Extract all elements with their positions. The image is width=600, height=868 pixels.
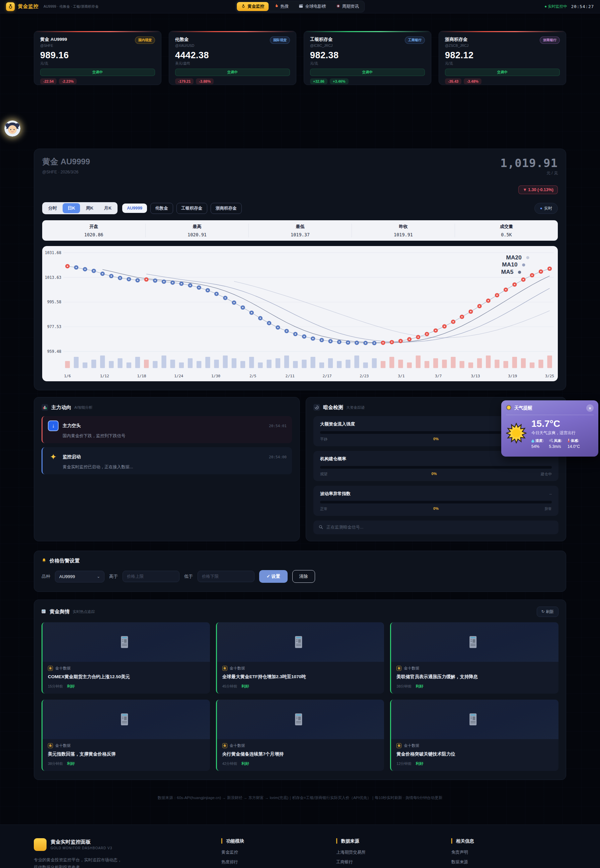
news-time: 12分钟前 [396,761,412,766]
refresh-button[interactable]: ↻ 刷新 [537,606,559,617]
gold-coin-icon: 金 [48,743,53,748]
alert-form: 品种 AU9999 ⌄ 高于 低于 ✓ 设置 清除 [41,570,559,585]
metric-value: 0% [432,472,437,477]
symbol-tab-au9999[interactable]: AU9999 [122,204,147,213]
news-source: 金十数据 [55,743,71,748]
footer-link[interactable]: 上海期货交易所 [336,850,451,855]
change-percent: +3.46% [330,78,348,84]
footer-link[interactable]: 热度排行 [221,859,336,865]
change-value: -35.43 [445,78,461,84]
price-cards: 黄金 AU9999 @SHFE 国内现货 989.16 元/克 交易中 -22.… [34,31,566,85]
nav-item-hot-search[interactable]: 热搜 [270,2,293,11]
card-code: @ICBC_JRCJ [310,44,333,48]
variety-label: 品种 [41,573,50,579]
news-card[interactable]: 金金十数据 央行黄金储备连续第7个月增持 42分钟前利好 [216,700,384,771]
news-headline: 美元指数回落，支撑黄金价格反弹 [48,751,205,758]
tab-daily-k[interactable]: 日K [63,203,80,213]
gold-news-panel: 黄金舆情 实时热点追踪 ↻ 刷新 金金十数据 COMEX黄金期货主力合约上涨12… [34,600,566,780]
app-title: 黄金监控 [18,3,38,10]
news-card[interactable]: 金金十数据 黄金价格突破关键技术阻力位 12分钟前利好 [390,700,559,771]
metric-value: 0% [433,507,439,511]
assistant-avatar[interactable] [5,121,20,136]
svg-text:1031.68: 1031.68 [45,250,61,255]
sentiment-tag: 利好 [241,761,249,766]
live-chip[interactable]: ●实时 [534,203,558,214]
nav-item-movie-board[interactable]: 全球电影榜 [294,2,330,11]
card-change-row: -35.43 -3.48% [445,78,560,84]
trading-status-pill: 交易中 [175,69,290,76]
tab-weekly-k[interactable]: 周K [81,203,98,213]
card-code: @XAU/USD [175,44,194,48]
panel-tag: 大资金踪迹 [346,405,365,410]
ohlc-value: 0.5K [455,232,558,237]
footer-link[interactable]: 免责声明 [452,850,566,855]
clear-alert-button[interactable]: 清除 [292,570,315,583]
nav-status-area: ● 实时监控中 20:54:27 [544,4,594,9]
ohlc-label: 最高 [145,224,248,230]
variety-select[interactable]: AU9999 ⌄ [55,571,105,582]
price-alert-panel: 价格告警设置 品种 AU9999 ⌄ 高于 低于 ✓ 设置 清除 [34,550,566,592]
symbol-tab-london[interactable]: 伦敦金 [150,203,173,214]
news-source: 金十数据 [230,743,245,748]
svg-text:3/13: 3/13 [471,374,480,378]
news-time: 42分钟前 [222,761,237,766]
news-card[interactable]: 金金十数据 美联储官员表示通胀压力缓解，支持降息 38分钟前利好 [390,622,559,694]
change-value: -179.21 [175,78,194,84]
svg-text:2/23: 2/23 [360,374,369,378]
chart-symbol-title: 黄金 AU9999 [42,156,90,167]
gold-coin-icon: 金 [222,743,227,748]
medal-icon [241,4,245,9]
price-card-au9999: 黄金 AU9999 @SHFE 国内现货 989.16 元/克 交易中 -22.… [34,31,161,85]
nav-menu: 黄金监控 热搜 全球电影榜 周期资讯 [235,1,365,12]
nav-item-gold-monitor[interactable]: 黄金监控 [237,2,268,11]
footer-link[interactable]: 黄金监控 [221,850,336,855]
change-percent: -3.48% [464,78,482,84]
set-alert-button[interactable]: ✓ 设置 [259,570,288,583]
metric-label: 机构建仓概率 [320,456,346,462]
news-thumbnail [42,700,210,739]
tab-monthly-k[interactable]: 月K [99,203,117,213]
chart-symbol-sub: @SHFE · 2026/3/26 [42,170,90,174]
card-change-row: -22.54 -2.23% [40,78,155,84]
news-thumbnail [391,700,559,739]
upper-limit-input[interactable] [123,571,179,582]
tab-minute[interactable]: 分时 [43,203,62,213]
signal-time: 20:54:01 [269,424,286,428]
card-change-row: -179.21 -3.88% [175,78,290,84]
water-drop-icon [531,439,534,443]
change-percent: -2.23% [59,78,77,84]
price-card-london-gold: 伦敦金 @XAU/USD 国际现货 4442.38 美元/盎司 交易中 -179… [169,31,296,85]
card-code: @ZSCB_JRCJ [445,44,468,48]
symbol-tab-icbc[interactable]: 工银积存金 [176,203,208,214]
footer-col-info: 相关信息 免责声明 数据来源 联系我们 技术支持 [452,838,566,868]
weather-popup: 天气提醒 × 15.7°C 今日天气凉爽，适宜出行 湿度: 54% [501,400,598,457]
metric-note: -- [550,492,552,496]
symbol-tab-zscb[interactable]: 浙商积存金 [211,203,242,214]
svg-text:959.48: 959.48 [47,349,61,354]
monitoring-status: ● 实时监控中 [544,4,567,9]
card-unit: 元/克 [40,61,155,66]
news-card[interactable]: 金金十数据 全球最大黄金ETF持仓增加2.3吨至1070吨 45分钟前利好 [216,622,384,694]
news-source: 金十数据 [404,743,419,748]
card-change-row: +32.86 +3.46% [310,78,425,84]
footer-col-sources: 数据来源 上海期货交易所 工商银行 浙商银行 金十数据 [336,838,451,868]
wind-stat: 风速: 5.3m/s [549,439,562,449]
svg-text:977.53: 977.53 [47,324,61,329]
footer-desc-line2: 提供数据分析和投资参考。 [34,865,84,868]
ai-signal-item: ✦ 监控启动 20:54:00 黄金实时监控已启动，正在接入数据... [41,447,292,474]
main-force-panel: 主力动向 AI智能分析 ↓ 主力空头 20:54:01 国内黄金价下跌，监控到下… [34,397,300,541]
news-card[interactable]: 金金十数据 COMEX黄金期货主力合约上涨12.50美元 15分钟前利好 [41,622,210,694]
news-card[interactable]: 金金十数据 美元指数回落，支撑黄金价格反弹 38分钟前利好 [41,700,210,771]
news-headline: 美联储官员表示通胀压力缓解，支持降息 [396,674,553,680]
nav-item-cycle-news[interactable]: 周期资讯 [332,2,363,11]
lower-limit-input[interactable] [197,571,255,582]
news-grid: 金金十数据 COMEX黄金期货主力合约上涨12.50美元 15分钟前利好 金金十… [41,622,559,771]
footer-link[interactable]: 数据来源 [452,859,566,865]
news-thumbnail [42,622,210,662]
news-headline: 全球最大黄金ETF持仓增加2.3吨至1070吨 [222,674,379,680]
footer-link[interactable]: 工商银行 [336,859,451,865]
panel-tag: AI智能分析 [74,405,92,410]
close-icon[interactable]: × [586,404,594,412]
svg-text:1/12: 1/12 [100,374,109,378]
panel-title: 主力动向 [51,404,71,411]
